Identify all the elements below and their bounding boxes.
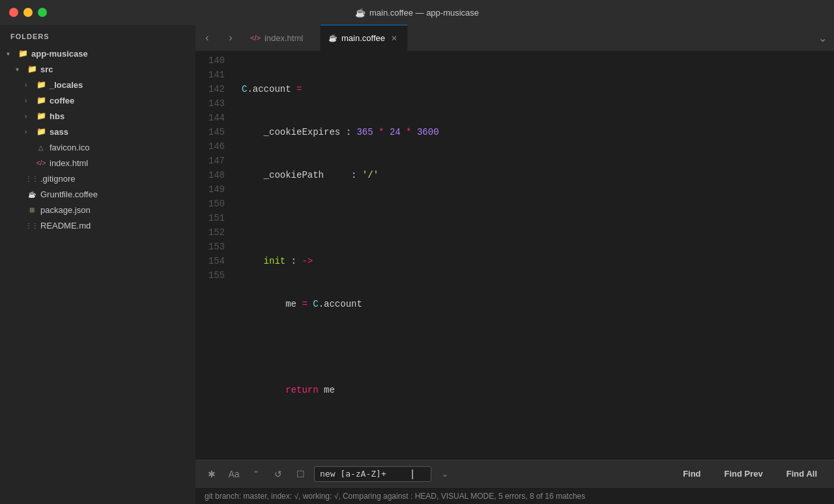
search-wrap-button[interactable]: ↺ [270,466,287,483]
tree-label: index.html [50,158,88,168]
close-button[interactable] [9,8,18,17]
status-text: git branch: master, index: √, working: √… [205,492,585,501]
tree-label: Gruntfile.coffee [40,189,98,199]
file-icon: </> [35,157,47,169]
titlebar: ☕ main.coffee — app-musicase [0,0,834,25]
sidebar-header: FOLDERS [0,25,195,46]
find-all-button[interactable]: Find All [777,466,826,481]
title-text: main.coffee — app-musicase [369,8,479,18]
folder-icon: 📁 [17,48,29,59]
code-line [242,211,834,225]
code-content: C.account = _cookieExpires : 365 * 24 * … [231,51,834,460]
window-controls [9,8,47,17]
code-line [242,340,834,354]
sidebar-item-gitignore[interactable]: ⋮⋮ .gitignore [0,171,195,186]
folder-icon: 📁 [35,126,47,137]
tab-file-icon: ☕ [328,34,338,42]
search-bar: ✱ Aa " ↺ ☐ | ⌄ Find Find Prev Find All [195,460,834,487]
expand-arrow: › [25,97,35,104]
sidebar-item-locales[interactable]: › 📁 _locales [0,77,195,92]
sidebar-item-src[interactable]: ▾ 📁 src [0,61,195,77]
file-icon: ⊞ [26,204,38,216]
sidebar-item-gruntfile[interactable]: ☕ Gruntfile.coffee [0,186,195,202]
file-icon: ☕ [355,8,366,18]
expand-arrow: › [25,113,35,120]
folder-icon: 📁 [35,110,47,122]
editor-area: ‹ › </> index.html ☕ main.coffee ✕ ⌄ 140… [195,25,834,504]
folder-icon: 📁 [35,79,47,91]
main-layout: FOLDERS ▾ 📁 app-musicase ▾ 📁 src › 📁 _lo… [0,25,834,504]
folder-icon: 📁 [35,94,47,106]
tab-overflow-button[interactable]: ⌄ [811,25,834,51]
expand-arrow: › [25,128,35,135]
sidebar-item-coffee[interactable]: › 📁 coffee [0,92,195,108]
status-bar: git branch: master, index: √, working: √… [195,487,834,504]
tab-label: main.coffee [341,33,385,43]
code-line [242,426,834,440]
sidebar: FOLDERS ▾ 📁 app-musicase ▾ 📁 src › 📁 _lo… [0,25,195,504]
code-line: _cookieExpires : 365 * 24 * 3600 [242,125,834,139]
file-icon: ☕ [26,188,38,200]
minimize-button[interactable] [23,8,33,17]
sidebar-item-index-html[interactable]: </> index.html [0,155,195,171]
tree-label: package.json [40,205,91,215]
maximize-button[interactable] [38,8,47,17]
tab-file-icon: </> [250,34,261,42]
tab-prev-button[interactable]: ‹ [195,25,219,51]
code-line: return me [242,383,834,397]
window-title: ☕ main.coffee — app-musicase [355,8,479,18]
tree-label: coffee [50,96,74,105]
expand-arrow: ▾ [16,66,26,73]
tab-next-button[interactable]: › [219,25,242,51]
find-button[interactable]: Find [674,466,710,481]
find-prev-button[interactable]: Find Prev [715,466,772,481]
search-input[interactable] [320,469,411,479]
code-editor[interactable]: 140 141 142 143 144 145 146 147 148 149 … [195,51,834,460]
tree-label: src [40,64,53,74]
tree-label: hbs [50,111,65,121]
tab-label: index.html [265,33,303,43]
line-numbers: 140 141 142 143 144 145 146 147 148 149 … [195,51,231,460]
tab-bar: ‹ › </> index.html ☕ main.coffee ✕ ⌄ [195,25,834,51]
tab-close-button[interactable]: ✕ [389,33,399,44]
tree-label: sass [50,127,68,137]
expand-arrow: ▾ [7,50,17,57]
search-case-button[interactable]: Aa [225,466,242,483]
sidebar-item-hbs[interactable]: › 📁 hbs [0,108,195,124]
tab-main-coffee[interactable]: ☕ main.coffee ✕ [321,25,408,51]
search-cursor: | [411,468,414,480]
search-dropdown-button[interactable]: ⌄ [437,466,453,483]
file-icon: ⋮⋮ [26,173,38,184]
tab-index-html[interactable]: </> index.html [242,25,321,51]
search-word-button[interactable]: " [248,466,265,483]
sidebar-item-favicon[interactable]: △ favicon.ico [0,139,195,155]
code-line: init : -> [242,254,834,268]
sidebar-item-app-musicase[interactable]: ▾ 📁 app-musicase [0,46,195,61]
folder-icon: 📁 [26,63,38,75]
search-input-wrap: | [314,466,431,482]
tab-spacer [408,25,811,51]
code-line: C.account = [242,82,834,96]
file-icon: ⋮⋮ [26,219,38,231]
search-selection-button[interactable]: ☐ [292,466,309,483]
tree-label: favicon.ico [50,143,89,152]
file-icon: △ [35,141,47,153]
sidebar-item-package-json[interactable]: ⊞ package.json [0,202,195,217]
sidebar-item-readme[interactable]: ⋮⋮ README.md [0,217,195,233]
tree-label: app-musicase [31,49,88,59]
sidebar-item-sass[interactable]: › 📁 sass [0,124,195,139]
search-regex-button[interactable]: ✱ [203,466,220,483]
expand-arrow: › [25,81,35,89]
tree-label: README.md [40,221,91,231]
tree-label: _locales [50,80,83,90]
tree-label: .gitignore [40,174,75,184]
code-line: _cookiePath : '/' [242,168,834,182]
code-line: me = C.account [242,297,834,311]
